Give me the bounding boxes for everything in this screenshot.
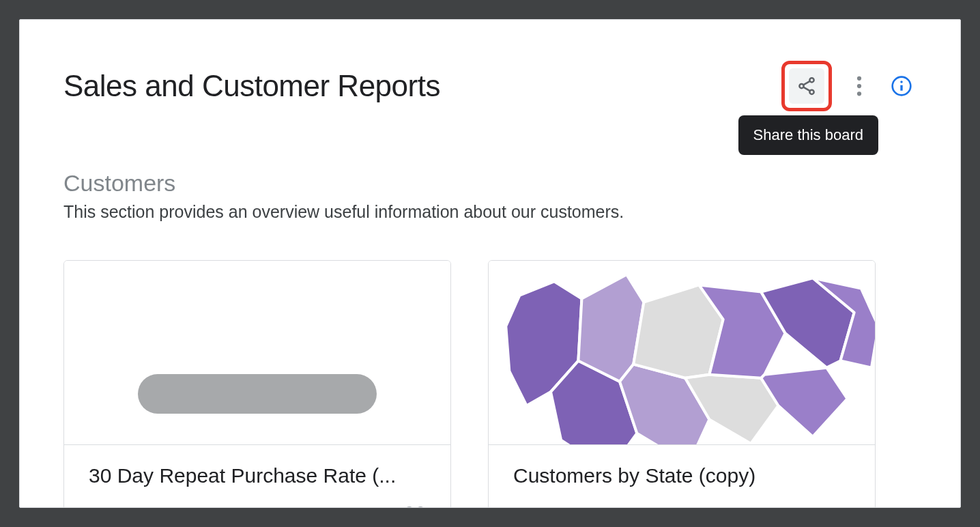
header-row: Sales and Customer Reports <box>63 61 917 111</box>
card-preview <box>64 261 450 445</box>
card-body: 30 Day Repeat Purchase Rate (... 7 Views… <box>64 445 450 508</box>
card-title: 30 Day Repeat Purchase Rate (... <box>89 464 426 487</box>
share-tooltip: Share this board <box>738 115 878 155</box>
svg-point-1 <box>799 84 803 88</box>
loading-placeholder <box>138 374 377 414</box>
board-panel: Sales and Customer Reports <box>19 19 961 508</box>
more-options-button[interactable] <box>844 71 874 101</box>
report-card[interactable]: Customers by State (copy) 14 Views, 2 Fa… <box>488 260 876 508</box>
kebab-icon <box>856 76 862 96</box>
header-actions: Share this board <box>781 61 917 111</box>
info-icon <box>891 75 912 97</box>
svg-point-10 <box>900 81 902 83</box>
svg-point-6 <box>857 84 861 88</box>
page-title: Sales and Customer Reports <box>63 69 440 103</box>
card-meta: 7 Views, By Tigre Docs <box>89 506 250 509</box>
share-button-highlight <box>781 61 832 111</box>
section-title: Customers <box>63 170 917 197</box>
heart-outline-icon[interactable] <box>404 504 426 508</box>
svg-point-0 <box>809 78 813 82</box>
map-icon <box>489 261 875 444</box>
section-description: This section provides an overview useful… <box>63 202 917 222</box>
card-meta: 14 Views, 2 Favorites, By Tigre Docs <box>513 506 769 509</box>
card-title: Customers by State (copy) <box>513 464 850 487</box>
card-footer: 7 Views, By Tigre Docs <box>89 504 426 508</box>
heart-filled-icon[interactable] <box>828 504 850 508</box>
svg-line-3 <box>803 81 810 85</box>
card-footer: 14 Views, 2 Favorites, By Tigre Docs <box>513 504 850 508</box>
svg-point-5 <box>857 76 861 81</box>
share-icon <box>796 76 817 96</box>
customers-section: Customers This section provides an overv… <box>63 170 917 222</box>
card-preview-map <box>489 261 875 445</box>
svg-point-7 <box>857 91 861 96</box>
svg-point-2 <box>809 90 813 94</box>
share-button[interactable] <box>789 68 824 104</box>
card-body: Customers by State (copy) 14 Views, 2 Fa… <box>489 445 875 508</box>
report-card[interactable]: 30 Day Repeat Purchase Rate (... 7 Views… <box>63 260 451 508</box>
svg-line-4 <box>803 87 810 91</box>
cards-row: 30 Day Repeat Purchase Rate (... 7 Views… <box>63 260 917 508</box>
info-button[interactable] <box>887 71 917 101</box>
